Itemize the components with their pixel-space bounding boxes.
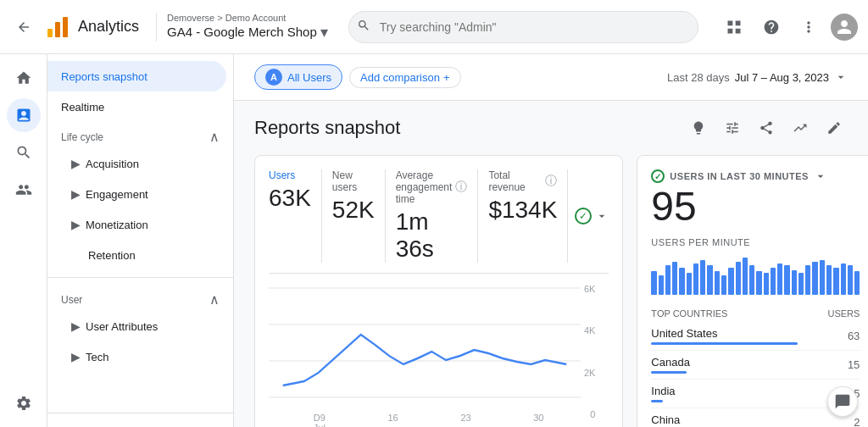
more-options-button[interactable] [793,12,824,42]
metric-revenue-label: Total revenue ⓘ [488,169,557,193]
bar [764,273,769,295]
avatar[interactable] [831,14,858,41]
share-button[interactable] [753,114,780,141]
bar [784,265,789,295]
edit-button[interactable] [821,114,848,141]
sidebar-item-monetization[interactable]: ▶ Monetization [47,209,226,240]
date-range-chevron-icon [834,70,848,84]
users-col-header: USERS [798,305,860,322]
monetization-arrow-icon: ▶ [71,218,81,231]
bar [826,265,832,295]
content-grid: Users 63K New users 52K Aver [254,155,848,427]
page-title-actions [685,114,848,141]
sidebar-item-acquisition[interactable]: ▶ Acquisition [47,148,226,179]
account-name-label: GA4 - Google Merch Shop [167,25,317,39]
account-section: Demoverse > Demo Account GA4 - Google Me… [156,13,328,42]
lifecycle-chevron-icon: ∧ [209,129,220,145]
rail-reports-button[interactable] [7,98,41,132]
sidebar-section-user[interactable]: User ∧ [47,285,233,311]
bar [841,263,846,295]
sidebar-item-engagement[interactable]: ▶ Engagement [47,179,226,209]
sidebar-footer-divider [47,413,233,413]
metric-dropdown-icon [595,209,609,223]
add-icon: + [443,71,450,84]
bar [792,270,797,295]
metric-check[interactable]: ✓ [568,169,609,263]
metric-engagement-value: 1m 36s [396,208,468,263]
bar [707,265,712,295]
metric-users-value: 63K [269,185,311,212]
sidebar-label-reports-snapshot: Reports snapshot [61,70,147,83]
sidebar-item-retention[interactable]: Retention [47,240,226,270]
country-row: China2 [651,408,860,428]
sidebar-label-user-attributes: User Attributes [86,320,158,333]
country-name: China [651,413,798,426]
metrics-card: Users 63K New users 52K Aver [254,155,623,427]
rail-search-button[interactable] [7,136,41,169]
sidebar-item-realtime[interactable]: Realtime [47,92,226,122]
content-header-left: A All Users Add comparison + [254,64,461,90]
page-title: Reports snapshot [254,117,400,139]
content-header: A All Users Add comparison + Last 28 day… [234,54,868,101]
add-comparison-button[interactable]: Add comparison + [349,67,461,88]
bar [854,271,860,295]
app-title: Analytics [78,18,139,36]
analytics-logo [44,14,71,41]
sidebar-label-realtime: Realtime [61,101,104,114]
date-range[interactable]: Last 28 days Jul 7 – Aug 3, 2023 [667,70,848,84]
tech-arrow-icon: ▶ [71,350,81,363]
metric-new-users: New users 52K [322,169,386,263]
x-label-30: 30 [533,413,543,427]
topbar: Analytics Demoverse > Demo Account GA4 -… [0,0,868,54]
sidebar-item-reports-snapshot[interactable]: Reports snapshot [47,61,226,92]
grid-button[interactable] [719,12,749,42]
x-label-jul9: D9Jul [314,413,326,427]
insights-button[interactable] [685,114,712,141]
metric-engagement-label: Average engagement time ⓘ [396,169,468,205]
rail-settings-button[interactable] [7,386,41,420]
search-icon [357,19,370,36]
bar [715,271,720,295]
right-panel: ✓ USERS IN LAST 30 MINUTES 95 USERS PER … [637,155,868,427]
realtime-count: 95 [651,186,860,227]
country-name: United States [651,327,798,340]
rail-home-button[interactable] [7,61,41,95]
sidebar-label-retention: Retention [71,249,136,262]
account-name-button[interactable]: GA4 - Google Merch Shop ▾ [167,23,328,42]
bar [812,262,817,295]
sidebar-item-tech[interactable]: ▶ Tech [47,341,226,372]
realtime-dropdown-icon [814,169,827,183]
chat-button[interactable] [827,386,858,417]
country-bar [651,342,798,345]
topbar-left: Analytics [10,14,146,41]
sidebar-item-user-attributes[interactable]: ▶ User Attributes [47,311,226,341]
bar [672,262,677,295]
back-button[interactable] [10,14,37,41]
account-breadcrumb: Demoverse > Demo Account [167,13,328,23]
all-users-label: All Users [287,71,331,84]
search-input[interactable] [348,11,698,43]
countries-col-header: TOP COUNTRIES [651,305,798,322]
rail-people-button[interactable] [7,173,41,207]
content-body: Reports snapshot [234,101,868,427]
content-area: A All Users Add comparison + Last 28 day… [234,54,868,427]
all-users-badge[interactable]: A All Users [254,64,342,90]
realtime-panel-title: ✓ USERS IN LAST 30 MINUTES [651,169,860,183]
user-attributes-arrow-icon: ▶ [71,319,81,333]
bar [743,258,748,295]
customize-button[interactable] [719,114,746,141]
sidebar-library-button[interactable]: Library [47,420,233,427]
bar [798,273,804,295]
metric-users: Users 63K [269,169,322,263]
sidebar-label-monetization: Monetization [86,219,148,231]
sidebar: Reports snapshot Realtime Life cycle ∧ ▶… [47,54,234,427]
engagement-arrow-icon: ▶ [71,187,81,201]
users-per-minute-chart [651,254,860,295]
trending-button[interactable] [787,114,814,141]
bar [728,268,733,295]
bar [693,263,698,295]
help-button[interactable] [756,12,787,42]
sidebar-section-lifecycle[interactable]: Life cycle ∧ [47,122,233,148]
bar [777,263,782,295]
metric-new-users-label: New users [332,169,375,193]
